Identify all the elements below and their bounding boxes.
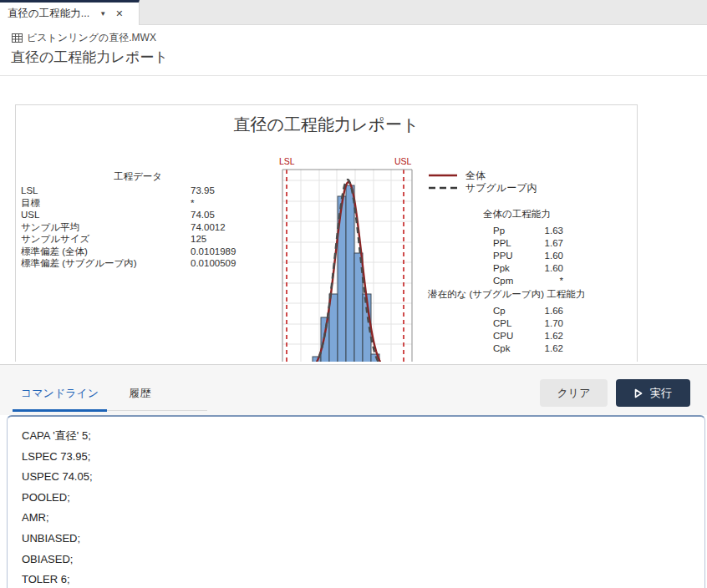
process-data-row: USL74.05 — [21, 209, 268, 221]
legend-item-within: サブグループ内 — [429, 182, 537, 194]
overall-capability-header: 全体の工程能力 — [483, 208, 617, 220]
process-data-row: 目標* — [21, 197, 268, 210]
clear-button[interactable]: クリア — [540, 379, 608, 407]
command-line-text: TOLER 6; — [22, 570, 704, 588]
command-line-text: OBIASED; — [22, 550, 704, 570]
stat-row: Cpk1.62 — [493, 342, 628, 355]
worksheet-icon — [12, 33, 23, 43]
stat-row: CPU1.62 — [493, 330, 628, 342]
command-panel-header: コマンドライン 履歴 クリア 実行 — [0, 364, 707, 415]
minitab-app: 直径の工程能力... ▼ ✕ ピストンリングの直径.MWX 直径の工程能力レポー… — [0, 0, 707, 588]
stat-row: Cpm* — [493, 275, 617, 287]
stat-row: PPU1.60 — [493, 250, 617, 262]
chevron-down-icon[interactable]: ▼ — [99, 10, 106, 18]
within-capability-block: 潜在的な (サブグループ内) 工程能力 Cp1.66 CPL1.70 CPU1.… — [428, 288, 628, 355]
process-data-row: LSL73.95 — [21, 185, 268, 197]
chart-legend: 全体 サブグループ内 — [429, 170, 537, 195]
stat-row: PPL1.67 — [493, 237, 617, 250]
stat-row: Cp1.66 — [493, 305, 628, 317]
close-icon[interactable]: ✕ — [115, 8, 123, 19]
document-tab-bar: 直径の工程能力... ▼ ✕ — [0, 0, 707, 25]
process-data-block: 工程データ LSL73.95 目標* USL74.05 サンプル平均74.001… — [21, 170, 268, 270]
command-line-text: AMR; — [22, 508, 704, 529]
tab-command-line[interactable]: コマンドライン — [13, 386, 107, 412]
overall-line-icon — [429, 170, 457, 181]
command-line-text: USPEC 74.05; — [22, 467, 704, 488]
process-data-row: 標準偏差 (サブグループ内)0.0100509 — [21, 257, 268, 270]
stat-row: CPL1.70 — [493, 317, 628, 330]
worksheet-name: ピストンリングの直径.MWX — [27, 31, 156, 45]
process-data-header: 工程データ — [21, 170, 255, 183]
report-title: 直径の工程能力レポート — [16, 114, 637, 136]
capability-histogram — [266, 155, 425, 362]
command-line-text: LSPEC 73.95; — [22, 447, 704, 468]
stat-row: Pp1.63 — [493, 225, 617, 237]
header-divider — [0, 75, 707, 76]
play-icon — [634, 388, 643, 398]
command-line-text: UNBIASED; — [22, 529, 704, 550]
worksheet-row: ピストンリングの直径.MWX — [12, 31, 156, 45]
tab-history[interactable]: 履歴 — [120, 386, 159, 410]
command-editor[interactable]: CAPA '直径' 5; LSPEC 73.95; USPEC 74.05; P… — [7, 415, 705, 588]
stat-row: Ppk1.60 — [493, 262, 617, 275]
capability-report-card: 直径の工程能力レポート 工程データ LSL73.95 目標* USL74.05 … — [15, 104, 638, 362]
process-data-row: サンプルサイズ125 — [21, 233, 268, 246]
legend-item-overall: 全体 — [429, 170, 537, 181]
command-line-text: POOLED; — [22, 488, 704, 509]
run-button[interactable]: 実行 — [616, 379, 690, 407]
process-data-row: 標準偏差 (全体)0.0101989 — [21, 246, 268, 258]
within-capability-header: 潜在的な (サブグループ内) 工程能力 — [428, 288, 628, 300]
within-dashed-line-icon — [429, 182, 457, 194]
overall-capability-block: 全体の工程能力 Pp1.63 PPL1.67 PPU1.60 Ppk1.60 C… — [483, 208, 617, 287]
document-tab[interactable]: 直径の工程能力... ▼ ✕ — [0, 0, 140, 25]
page-title: 直径の工程能力レポート — [11, 48, 169, 67]
command-panel-tabs: コマンドライン 履歴 — [13, 374, 207, 411]
capability-histogram-svg — [266, 155, 425, 362]
command-line-text: CAPA '直径' 5; — [22, 426, 704, 447]
document-tab-label: 直径の工程能力... — [8, 7, 89, 21]
process-data-row: サンプル平均74.0012 — [21, 221, 268, 234]
